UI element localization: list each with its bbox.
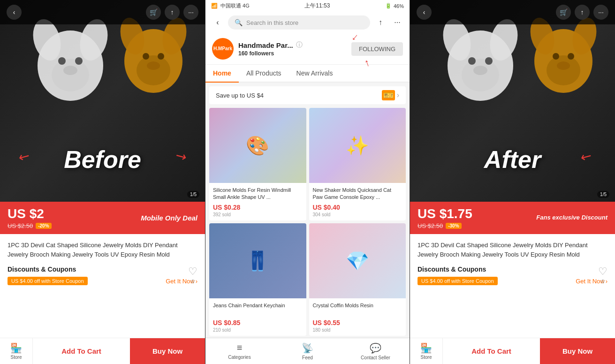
right-price-info: US $1.75 US $2.50 -30% xyxy=(418,206,472,229)
product-card-4[interactable]: 💎 Crystal Coffin Molds Resin US $0.55 18… xyxy=(309,223,406,336)
svg-point-13 xyxy=(147,61,160,70)
left-panel: ‹ 🛒 ↑ ··· xyxy=(0,0,205,364)
right-price-old: US $2.50 xyxy=(418,222,443,229)
contact-seller-icon: 💬 xyxy=(370,342,381,354)
right-wishlist-button[interactable]: ♡ 0 xyxy=(598,265,607,284)
product-card-1-price: US $0.28 xyxy=(213,204,303,211)
left-red-arrow-right: ↘ xyxy=(172,147,189,166)
left-store-button[interactable]: 🏪 Store xyxy=(0,338,33,364)
right-add-to-cart-button[interactable]: Add To Cart xyxy=(443,338,540,364)
products-grid: 🎨 Silicone Molds For Resin Windmill Smal… xyxy=(205,106,410,338)
right-wishlist-count: 0 xyxy=(601,279,604,284)
right-deal-label: Fans exclusive Discount xyxy=(536,214,607,222)
left-price: US $2 xyxy=(8,206,52,221)
product-card-2[interactable]: ✨ New Shaker Molds Quicksand Cat Paw Gam… xyxy=(309,108,406,220)
left-coupon-badge: US $4.00 off with Store Coupon xyxy=(8,277,88,285)
contact-seller-label: Contact Seller xyxy=(361,355,390,360)
left-add-to-cart-button[interactable]: Add To Cart xyxy=(33,338,130,364)
right-overlay-text: After xyxy=(484,145,541,174)
left-more-button[interactable]: ··· xyxy=(183,5,198,20)
product-card-4-price: US $0.55 xyxy=(313,319,402,326)
right-coupon-row: US $4.00 off with Store Coupon Get It No… xyxy=(418,277,607,285)
center-back-button[interactable]: ‹ xyxy=(211,16,224,29)
product-card-3-sold: 210 sold xyxy=(213,327,303,333)
tab-categories[interactable]: ≡ Categories xyxy=(205,338,273,364)
voucher-icon: 🎫 xyxy=(382,90,395,100)
left-buy-now-button[interactable]: Buy Now xyxy=(130,338,205,364)
savings-icon-group: 🎫 › xyxy=(382,90,399,100)
status-right: 🔋 46% xyxy=(385,3,404,9)
left-page-indicator: 1/5 xyxy=(187,191,199,198)
battery-label: 46% xyxy=(394,3,404,9)
product-card-3-price: US $0.85 xyxy=(213,319,303,326)
tab-home[interactable]: Home xyxy=(205,65,239,82)
status-time: 上午11:53 xyxy=(304,2,330,10)
product-card-1[interactable]: 🎨 Silicone Molds For Resin Windmill Smal… xyxy=(209,108,306,220)
center-more-button[interactable]: ··· xyxy=(391,16,404,29)
battery-icon: 🔋 xyxy=(385,3,392,9)
left-price-banner: US $2 US $2.50 -20% Mobile Only Deal xyxy=(0,202,205,234)
tab-contact-seller[interactable]: 💬 Contact Seller xyxy=(342,338,410,364)
store-followers: 160 followers xyxy=(238,50,347,57)
center-status-bar: 📶 中国联通 4G 上午11:53 🔋 46% xyxy=(205,0,410,12)
product-card-4-title: Crystal Coffin Molds Resin xyxy=(313,302,402,316)
tab-new-arrivals[interactable]: New Arrivals xyxy=(289,65,341,82)
right-store-button[interactable]: 🏪 Store xyxy=(410,338,443,364)
product-card-1-body: Silicone Molds For Resin Windmill Small … xyxy=(209,183,306,220)
savings-banner[interactable]: Save up to US $4 🎫 › xyxy=(209,86,406,104)
left-discount-badge: -20% xyxy=(36,223,51,229)
right-cart-button[interactable]: 🛒 xyxy=(556,5,571,20)
left-price-info: US $2 US $2.50 -20% xyxy=(8,206,52,229)
right-back-button[interactable]: ‹ xyxy=(417,5,432,20)
left-product-image: ‹ 🛒 ↑ ··· xyxy=(0,0,205,202)
center-store-header: H.MPark Handmade Par... ⓘ 160 followers … xyxy=(205,33,410,65)
product-card-4-image: 💎 xyxy=(309,223,406,298)
feed-icon: 📡 xyxy=(302,342,313,354)
product-card-3[interactable]: 👖 Jeans Chain Pendant Keychain US $0.85 … xyxy=(209,223,306,336)
savings-chevron: › xyxy=(397,91,399,99)
svg-point-24 xyxy=(547,55,580,85)
product-card-3-image: 👖 xyxy=(209,223,306,298)
right-buy-now-button[interactable]: Buy Now xyxy=(540,338,615,364)
store-tabs: Home All Products New Arrivals xyxy=(205,65,410,83)
signal-icon: 📶 xyxy=(211,3,218,9)
right-more-button[interactable]: ··· xyxy=(593,5,608,20)
left-share-button[interactable]: ↑ xyxy=(165,5,180,20)
product-card-2-title: New Shaker Molds Quicksand Cat Paw Game … xyxy=(313,187,402,201)
product-card-1-sold: 392 sold xyxy=(213,212,303,217)
left-price-old-row: US $2.50 -20% xyxy=(8,222,52,229)
right-price-banner: US $1.75 US $2.50 -30% Fans exclusive Di… xyxy=(410,202,615,234)
center-nav-bar: ‹ 🔍 Search in this store ↑ ··· xyxy=(205,12,410,33)
right-dog-gold xyxy=(526,12,601,99)
center-share-button[interactable]: ↑ xyxy=(374,16,387,29)
right-bottom-bar: 🏪 Store Add To Cart Buy Now xyxy=(410,338,615,364)
right-share-button[interactable]: ↑ xyxy=(575,5,590,20)
svg-point-25 xyxy=(553,53,559,60)
tab-all-products[interactable]: All Products xyxy=(239,65,289,82)
svg-point-27 xyxy=(557,61,570,70)
left-price-old: US $2.50 xyxy=(8,222,33,229)
left-store-icon: 🏪 xyxy=(10,342,22,354)
svg-point-4 xyxy=(58,57,66,65)
left-coupon-row: US $4.00 off with Store Coupon Get It No… xyxy=(8,277,197,285)
product-card-2-body: New Shaker Molds Quicksand Cat Paw Game … xyxy=(309,183,406,220)
svg-point-10 xyxy=(137,55,170,85)
savings-text: Save up to US $4 xyxy=(216,92,264,99)
center-search-bar[interactable]: 🔍 Search in this store xyxy=(228,15,370,30)
store-avatar: H.MPark xyxy=(212,38,234,60)
right-discount-badge: -30% xyxy=(446,223,461,229)
left-coupons-title: Discounts & Coupons xyxy=(8,265,197,273)
follow-button[interactable]: FOLLOWING xyxy=(351,42,403,56)
svg-point-18 xyxy=(468,57,476,65)
left-bottom-bar: 🏪 Store Add To Cart Buy Now xyxy=(0,338,205,364)
left-back-button[interactable]: ‹ xyxy=(7,5,22,20)
tab-feed[interactable]: 📡 Feed xyxy=(273,338,342,364)
left-wishlist-count: 0 xyxy=(191,279,194,284)
left-wishlist-button[interactable]: ♡ 0 xyxy=(188,265,197,284)
store-name-row: Handmade Par... ⓘ xyxy=(238,41,347,49)
left-overlay-text: Before xyxy=(64,145,141,174)
right-header: ‹ 🛒 ↑ ··· xyxy=(410,0,615,24)
svg-point-20 xyxy=(473,66,487,75)
right-dog-white xyxy=(438,14,523,108)
left-cart-button[interactable]: 🛒 xyxy=(146,5,161,20)
